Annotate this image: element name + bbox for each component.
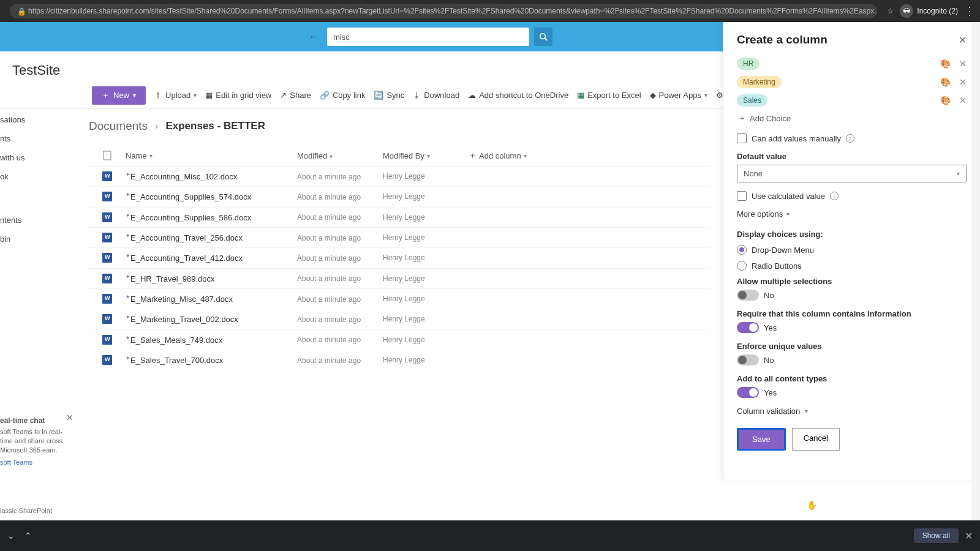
sync-icon: 🔄 <box>374 91 383 100</box>
file-name[interactable]: ✦E_Accounting_Misc_102.docx <box>126 171 237 181</box>
table-row[interactable]: ✦E_Accounting_Supplies_574.docx About a … <box>89 187 710 207</box>
modified-by: Henry Legge <box>383 356 425 364</box>
table-row[interactable]: ✦E_HR_Travel_989.docx About a minute ago… <box>89 269 710 289</box>
share-button[interactable]: ↗Share <box>280 91 311 100</box>
cursor-icon: ✋ <box>807 500 817 510</box>
edit-grid-button[interactable]: ▦Edit in grid view <box>205 91 271 100</box>
nav-item[interactable]: with us <box>0 148 74 167</box>
table-row[interactable]: ✦E_Accounting_Travel_256.docx About a mi… <box>89 228 710 248</box>
table-row[interactable]: ✦E_Sales_Meals_749.docx About a minute a… <box>89 330 710 350</box>
add-all-types-toggle[interactable]: Yes <box>737 387 967 398</box>
teams-link[interactable]: soft Teams <box>0 459 70 466</box>
nav-item[interactable]: ok <box>0 167 74 186</box>
download-button[interactable]: ⭳Download <box>413 91 459 100</box>
search-button[interactable] <box>534 28 552 46</box>
modified-by-column-header[interactable]: Modified By▾ <box>383 151 469 160</box>
scrollbar-track[interactable] <box>971 22 980 520</box>
remove-choice-icon[interactable]: ✕ <box>959 77 967 87</box>
radio-icon <box>737 261 747 271</box>
choice-pill[interactable]: Sales <box>737 94 767 107</box>
chevron-up-icon[interactable]: ⌃ <box>24 531 32 541</box>
nav-item[interactable]: ntents <box>0 211 74 230</box>
chevron-down-icon[interactable]: ⌄ <box>7 531 15 541</box>
modified-time: About a minute ago <box>297 274 361 283</box>
sync-button[interactable]: 🔄Sync <box>374 91 404 100</box>
plus-icon: ＋ <box>469 150 477 161</box>
column-validation-toggle[interactable]: Column validation ▾ <box>737 407 967 416</box>
power-apps-button[interactable]: ◆Power Apps▾ <box>650 91 707 100</box>
palette-icon[interactable]: 🎨 <box>940 59 951 69</box>
search-back-icon[interactable]: ← <box>305 28 322 45</box>
chevron-right-icon: › <box>155 121 158 132</box>
file-name[interactable]: ✦E_Sales_Meals_749.docx <box>126 335 222 345</box>
enforce-unique-toggle[interactable]: No <box>737 354 967 365</box>
nav-item[interactable]: sations <box>0 110 74 129</box>
close-icon[interactable]: ✕ <box>959 34 967 46</box>
browser-menu-icon[interactable]: ⋮ <box>964 4 975 18</box>
use-calculated-value-checkbox[interactable]: Use calculated value i <box>737 191 967 201</box>
new-button[interactable]: ＋ New ▾ <box>92 86 146 105</box>
save-button[interactable]: Save <box>737 428 786 451</box>
close-icon[interactable]: ✕ <box>965 530 973 542</box>
choice-pill[interactable]: HR <box>737 58 760 70</box>
search-input[interactable]: misc <box>327 28 529 46</box>
nav-item[interactable]: bin <box>0 230 74 249</box>
checkbox-icon <box>737 191 747 201</box>
default-value-label: Default value <box>737 152 967 161</box>
classic-sharepoint-link[interactable]: lassic SharePoint <box>0 507 52 514</box>
display-radiobuttons-radio[interactable]: Radio Buttons <box>737 261 967 271</box>
toggle-icon <box>737 387 759 398</box>
export-excel-button[interactable]: ▦Export to Excel <box>577 91 641 100</box>
show-all-button[interactable]: Show all <box>914 528 959 543</box>
info-icon[interactable]: i <box>846 134 854 143</box>
add-choice-button[interactable]: ＋ Add Choice <box>738 113 967 124</box>
incognito-indicator[interactable]: 🕶 Incognito (2) <box>900 4 958 18</box>
info-icon[interactable]: i <box>830 192 839 200</box>
require-info-toggle[interactable]: Yes <box>737 322 967 333</box>
choice-pill[interactable]: Marketing <box>737 76 782 88</box>
powerapps-icon: ◆ <box>650 91 656 100</box>
upload-button[interactable]: ⭱Upload▾ <box>154 91 197 100</box>
file-name[interactable]: ✦E_Accounting_Supplies_574.docx <box>126 192 251 201</box>
grid-icon: ▦ <box>205 91 213 100</box>
file-name[interactable]: ✦E_Accounting_Supplies_586.docx <box>126 212 251 222</box>
more-options-toggle[interactable]: More options ▾ <box>737 209 967 219</box>
add-column-button[interactable]: ＋Add column▾ <box>469 150 527 161</box>
remove-choice-icon[interactable]: ✕ <box>959 96 967 105</box>
onedrive-shortcut-button[interactable]: ☁Add shortcut to OneDrive <box>468 91 568 100</box>
table-row[interactable]: ✦E_Marketing_Travel_002.docx About a min… <box>89 309 710 329</box>
cancel-button[interactable]: Cancel <box>792 428 840 451</box>
table-row[interactable]: ✦E_Sales_Travel_700.docx About a minute … <box>89 350 710 370</box>
file-name[interactable]: ✦E_Sales_Travel_700.docx <box>126 355 223 365</box>
name-column-header[interactable]: Name▾ <box>126 151 297 160</box>
default-value-dropdown[interactable]: None ▾ <box>737 165 967 182</box>
palette-icon[interactable]: 🎨 <box>940 77 951 87</box>
file-name[interactable]: ✦E_HR_Travel_989.docx <box>126 274 215 283</box>
bookmark-star-icon[interactable]: ☆ <box>887 7 894 15</box>
url-bar[interactable]: 🔒 https://citizenbuilders.sharepoint.com… <box>10 4 877 18</box>
table-row[interactable]: ✦E_Accounting_Travel_412.docx About a mi… <box>89 248 710 268</box>
file-name[interactable]: ✦E_Accounting_Travel_256.docx <box>126 233 243 242</box>
toggle-icon <box>737 290 759 301</box>
left-nav: sations nts with us ok ntents bin <box>0 104 74 255</box>
modified-column-header[interactable]: Modified ▾ <box>297 151 383 160</box>
allow-multi-toggle[interactable]: No <box>737 290 967 301</box>
file-name[interactable]: ✦E_Accounting_Travel_412.docx <box>126 253 243 263</box>
chevron-down-icon: ▾ <box>786 211 790 217</box>
display-dropdown-radio[interactable]: Drop-Down Menu <box>737 245 967 255</box>
table-row[interactable]: ✦E_Accounting_Misc_102.docx About a minu… <box>89 167 710 187</box>
can-add-manually-checkbox[interactable]: Can add values manually i <box>737 133 967 143</box>
file-name[interactable]: ✦E_Marketing_Misc_487.docx <box>126 294 233 304</box>
close-icon[interactable]: ✕ <box>66 413 74 422</box>
panel-title: Create a column <box>737 33 827 47</box>
chevron-down-icon: ▾ <box>427 152 430 159</box>
palette-icon[interactable]: 🎨 <box>940 96 951 105</box>
breadcrumb-library[interactable]: Documents <box>89 119 148 133</box>
remove-choice-icon[interactable]: ✕ <box>959 59 967 69</box>
file-name[interactable]: ✦E_Marketing_Travel_002.docx <box>126 314 238 324</box>
copy-link-button[interactable]: 🔗Copy link <box>320 91 365 100</box>
table-row[interactable]: ✦E_Accounting_Supplies_586.docx About a … <box>89 208 710 228</box>
link-icon: 🔗 <box>320 91 330 100</box>
nav-item[interactable]: nts <box>0 129 74 148</box>
table-row[interactable]: ✦E_Marketing_Misc_487.docx About a minut… <box>89 289 710 309</box>
